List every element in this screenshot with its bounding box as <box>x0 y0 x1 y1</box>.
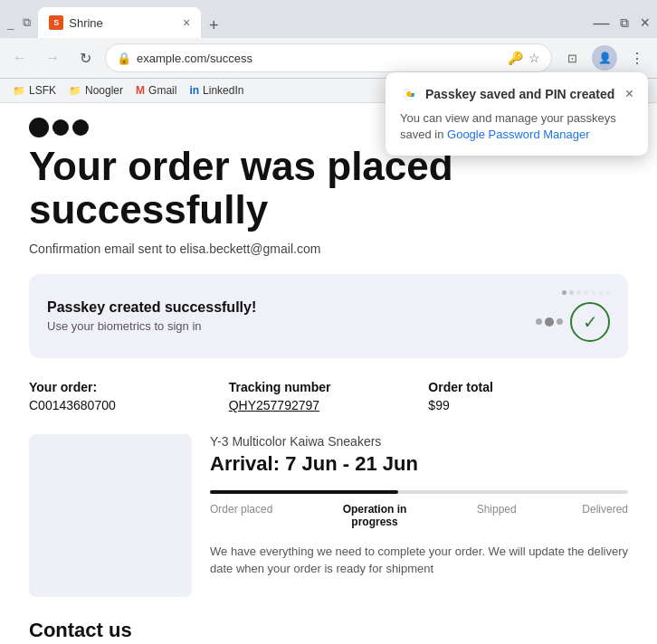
tab-title: Shrine <box>69 16 103 30</box>
passkey-dot-6 <box>598 290 603 295</box>
bookmark-noogler-label: Noogler <box>85 84 123 97</box>
order-number-col: Your order: C00143680700 <box>29 380 229 412</box>
bookmark-gmail[interactable]: M Gmail <box>130 82 182 99</box>
extensions-button[interactable]: ⊡ <box>559 45 585 71</box>
passkey-dot-3 <box>576 290 581 295</box>
new-tab-button[interactable]: + <box>201 13 226 38</box>
bookmark-noogler[interactable]: 📁 Noogler <box>63 82 129 99</box>
step-operation-in-progress: Operation in progress <box>338 503 411 528</box>
d3 <box>557 318 563 325</box>
bookmark-lsfk[interactable]: 📁 LSFK <box>7 82 62 99</box>
passkey-banner-subtitle: Use your biometrics to sign in <box>47 319 256 333</box>
passkey-banner-title: Passkey created successfully! <box>47 299 256 316</box>
total-label: Order total <box>428 380 628 394</box>
chrome-restore-icon[interactable]: ⧉ <box>620 15 629 31</box>
tab-close-button[interactable]: × <box>183 15 190 30</box>
chrome-minimize-icon[interactable]: — <box>593 14 609 33</box>
chrome-close-icon[interactable]: × <box>640 14 650 33</box>
bookmark-linkedin[interactable]: in LinkedIn <box>184 82 249 99</box>
tracking-label: Tracking number <box>229 380 429 394</box>
folder-icon: 📁 <box>13 85 25 97</box>
passkey-dot-7 <box>605 290 610 295</box>
gmail-icon: M <box>136 84 145 97</box>
bookmark-gmail-label: Gmail <box>148 84 176 97</box>
lock-icon: 🔒 <box>117 52 131 65</box>
passkey-dot-5 <box>591 290 595 295</box>
active-tab[interactable]: S Shrine × <box>38 7 201 38</box>
logo-dot-2 <box>52 119 69 136</box>
logo-dot-1 <box>29 118 49 137</box>
back-button[interactable]: ← <box>7 45 33 71</box>
contact-heading: Contact us <box>29 619 628 642</box>
total-col: Order total $99 <box>428 380 628 412</box>
profile-button[interactable]: 👤 <box>592 45 617 71</box>
window-controls: _ ⧉ <box>7 15 31 30</box>
passkey-icon[interactable]: 🔑 <box>508 51 523 65</box>
order-info-grid: Your order: C00143680700 Tracking number… <box>29 380 628 412</box>
minimize-btn[interactable]: _ <box>7 16 14 30</box>
product-description: We have everything we need to complete y… <box>210 543 628 578</box>
bookmark-star-icon[interactable]: ☆ <box>528 51 540 65</box>
tab-bar: S Shrine × + <box>38 7 589 38</box>
d2 <box>545 317 554 327</box>
passkey-check-circle: ✓ <box>570 302 610 342</box>
product-details: Y-3 Multicolor Kaiwa Sneakers Arrival: 7… <box>210 434 628 597</box>
svg-point-1 <box>406 91 412 97</box>
passkey-popup: Passkey saved and PIN created × You can … <box>386 72 648 156</box>
product-section: Y-3 Multicolor Kaiwa Sneakers Arrival: 7… <box>29 434 628 597</box>
google-passkey-icon <box>400 85 418 103</box>
bookmark-linkedin-label: LinkedIn <box>203 84 243 97</box>
passkey-popup-title: Passkey saved and PIN created <box>425 87 618 101</box>
tab-favicon: S <box>49 15 63 30</box>
passkey-dot-1 <box>562 290 567 295</box>
confirmation-text: Confirmation email sent to elisa.beckett… <box>29 242 628 256</box>
check-symbol: ✓ <box>583 311 598 333</box>
passkey-dot-2 <box>569 290 574 295</box>
google-password-manager-link[interactable]: Google Password Manager <box>447 128 590 141</box>
passkey-bottom-row: ✓ <box>536 302 610 342</box>
passkey-banner: Passkey created successfully! Use your b… <box>29 274 628 358</box>
contact-section: Contact us <box>29 619 628 642</box>
total-value: $99 <box>428 398 628 412</box>
progress-steps: Order placed Operation in progress Shipp… <box>210 503 628 528</box>
passkey-popup-header: Passkey saved and PIN created × <box>400 85 633 103</box>
order-number: C00143680700 <box>29 398 229 412</box>
step-delivered: Delivered <box>582 503 628 516</box>
forward-button[interactable]: → <box>40 45 65 71</box>
linkedin-icon: in <box>189 84 199 97</box>
arrival-text: Arrival: 7 Jun - 21 Jun <box>210 452 628 476</box>
folder-icon-2: 📁 <box>69 85 81 97</box>
address-bar-icons: 🔑 ☆ <box>508 51 540 65</box>
passkey-banner-left: Passkey created successfully! Use your b… <box>47 299 256 333</box>
product-name: Y-3 Multicolor Kaiwa Sneakers <box>210 434 628 449</box>
progress-bar-bg <box>210 490 628 494</box>
step-shipped: Shipped <box>477 503 517 516</box>
success-heading: Your order was placed successfully <box>29 145 628 232</box>
refresh-button[interactable]: ↻ <box>72 45 98 71</box>
passkey-banner-right: ✓ <box>536 290 610 342</box>
order-label: Your order: <box>29 380 229 394</box>
passkey-popup-body: You can view and manage your passkeys sa… <box>400 110 633 143</box>
product-image <box>29 434 192 597</box>
passkey-dots <box>562 290 610 295</box>
progress-bar-fill <box>210 490 398 494</box>
address-bar[interactable]: 🔒 example.com/success 🔑 ☆ <box>105 43 552 72</box>
logo-dot-3 <box>72 119 89 136</box>
tracking-value[interactable]: QHY257792797 <box>229 398 429 412</box>
bookmark-lsfk-label: LSFK <box>29 84 56 97</box>
tracking-col: Tracking number QHY257792797 <box>229 380 429 412</box>
d1 <box>536 318 542 325</box>
passkey-dot-4 <box>584 290 588 295</box>
passkey-popup-close-button[interactable]: × <box>625 86 633 102</box>
maximize-btn[interactable]: ⧉ <box>23 15 31 30</box>
url-text: example.com/success <box>137 52 502 65</box>
profile-avatar: 👤 <box>598 52 612 64</box>
page-content: Your order was placed successfully Confi… <box>0 145 657 644</box>
browser-right-controls: — ⧉ × <box>593 14 650 33</box>
passkey-dot-row-2 <box>536 317 563 327</box>
step-order-placed: Order placed <box>210 503 272 516</box>
more-menu-button[interactable]: ⋮ <box>624 45 650 71</box>
progress-container: Order placed Operation in progress Shipp… <box>210 490 628 528</box>
